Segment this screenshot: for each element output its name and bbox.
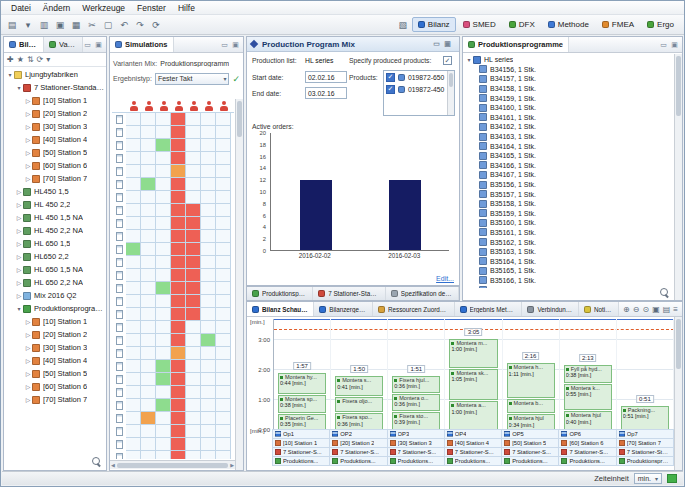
document-tab[interactable]: Spezifikation der Variante <box>386 287 459 300</box>
gantt-task-block[interactable]: Montera o...0:36 [min.] <box>392 394 440 411</box>
operator-column-header[interactable] <box>141 99 156 112</box>
matrix-cell[interactable] <box>171 334 186 347</box>
matrix-cell[interactable] <box>126 191 141 204</box>
matrix-cell[interactable] <box>201 113 216 126</box>
product-row-header[interactable] <box>112 334 126 347</box>
matrix-cell[interactable] <box>126 399 141 412</box>
matrix-cell[interactable] <box>186 451 201 459</box>
matrix-cell[interactable] <box>156 282 171 295</box>
matrix-cell[interactable] <box>201 230 216 243</box>
matrix-cell[interactable] <box>216 139 231 152</box>
matrix-cell[interactable] <box>126 347 141 360</box>
matrix-cell[interactable] <box>186 256 201 269</box>
matrix-cell[interactable] <box>171 230 186 243</box>
export-icon[interactable]: ▣ <box>652 305 660 314</box>
matrix-cell[interactable] <box>156 334 171 347</box>
matrix-cell[interactable] <box>186 152 201 165</box>
tree-item[interactable]: ▷ HL 650 2,2 NA <box>4 276 106 289</box>
product-row-header[interactable] <box>112 321 126 334</box>
perspectives-icon[interactable]: ▧ <box>396 18 410 32</box>
matrix-cell[interactable] <box>141 204 156 217</box>
matrix-cell[interactable] <box>171 165 186 178</box>
library-tab[interactable]: Bila... <box>4 37 44 52</box>
matrix-cell[interactable] <box>141 191 156 204</box>
product-row-header[interactable] <box>112 360 126 373</box>
tree-expander[interactable]: ▷ <box>24 318 32 325</box>
matrix-cell[interactable] <box>141 347 156 360</box>
matrix-cell[interactable] <box>141 334 156 347</box>
programs-tab[interactable]: Produktionsprogramme <box>463 37 569 52</box>
matrix-cell[interactable] <box>156 321 171 334</box>
tree-item[interactable]: ▷ [10] Station 1 <box>4 94 106 107</box>
balance-tab[interactable]: Ressourcen Zuordnung <box>373 302 455 316</box>
tree-item[interactable]: ▷ [50] Station 5 <box>4 367 106 380</box>
tree-item[interactable]: ▷ HL 450 2,2 <box>4 198 106 211</box>
matrix-cell[interactable] <box>156 399 171 412</box>
favorite-icon[interactable]: ★ <box>17 55 24 64</box>
matrix-cell[interactable] <box>156 243 171 256</box>
matrix-cell[interactable] <box>141 438 156 451</box>
matrix-cell[interactable] <box>141 217 156 230</box>
matrix-cell[interactable] <box>216 165 231 178</box>
matrix-cell[interactable] <box>171 191 186 204</box>
horizontal-scrollbar[interactable]: ◀▶ <box>110 460 235 469</box>
tree-expander[interactable]: ▷ <box>24 162 32 169</box>
matrix-cell[interactable] <box>126 165 141 178</box>
gantt-task-block[interactable]: Montera sk...1:05 [min.] <box>449 369 497 401</box>
matrix-cell[interactable] <box>201 178 216 191</box>
operator-column-header[interactable] <box>171 99 186 112</box>
matrix-cell[interactable] <box>216 217 231 230</box>
matrix-cell[interactable] <box>216 126 231 139</box>
tree-item[interactable]: ▷ HL450 1,5 <box>4 185 106 198</box>
tree-expander[interactable]: ▷ <box>24 370 32 377</box>
operator-column-header[interactable] <box>156 99 171 112</box>
matrix-cell[interactable] <box>126 451 141 459</box>
matrix-cell[interactable] <box>141 373 156 386</box>
matrix-cell[interactable] <box>171 425 186 438</box>
matrix-cell[interactable] <box>126 412 141 425</box>
matrix-cell[interactable] <box>186 386 201 399</box>
tree-item[interactable]: ▷ [70] Station 7 <box>4 172 106 185</box>
matrix-cell[interactable] <box>216 269 231 282</box>
matrix-cell[interactable] <box>186 438 201 451</box>
product-row-header[interactable] <box>112 295 126 308</box>
matrix-cell[interactable] <box>126 243 141 256</box>
menu-item[interactable]: Werkzeuge <box>76 2 131 14</box>
product-item[interactable]: 019872-650 <box>384 71 454 83</box>
product-row-header[interactable] <box>112 386 126 399</box>
matrix-cell[interactable] <box>171 308 186 321</box>
perspective-button[interactable]: Methode <box>542 17 595 32</box>
matrix-cell[interactable] <box>171 256 186 269</box>
matrix-cell[interactable] <box>201 334 216 347</box>
matrix-cell[interactable] <box>201 191 216 204</box>
product-row-header[interactable] <box>112 230 126 243</box>
gantt-task-block[interactable]: Fixera oljo... <box>335 397 383 413</box>
footer-program-cell[interactable]: Produktions... <box>272 456 330 466</box>
document-tab[interactable]: 7 Stationer-Standardtider <box>313 287 386 300</box>
tree-item[interactable]: ▷ [30] Station 3 <box>4 120 106 133</box>
footer-program-cell[interactable]: Produktions... <box>558 456 616 466</box>
matrix-cell[interactable] <box>171 412 186 425</box>
product-checkbox[interactable] <box>386 85 395 94</box>
matrix-cell[interactable] <box>156 204 171 217</box>
footer-program-cell[interactable]: Produktions... <box>329 456 387 466</box>
matrix-cell[interactable] <box>216 373 231 386</box>
maximize-icon[interactable]: ▣ <box>231 40 240 49</box>
gantt-task-block[interactable]: Montera a...1:00 [min.] <box>449 401 497 430</box>
matrix-cell[interactable] <box>171 360 186 373</box>
programs-scrollbar[interactable] <box>674 54 682 300</box>
matrix-cell[interactable] <box>141 412 156 425</box>
matrix-cell[interactable] <box>141 165 156 178</box>
matrix-cell[interactable] <box>126 438 141 451</box>
matrix-cell[interactable] <box>156 412 171 425</box>
matrix-cell[interactable] <box>141 282 156 295</box>
minimize-icon[interactable]: ▭ <box>220 40 229 49</box>
matrix-cell[interactable] <box>156 438 171 451</box>
matrix-cell[interactable] <box>141 256 156 269</box>
matrix-cell[interactable] <box>186 308 201 321</box>
matrix-cell[interactable] <box>171 269 186 282</box>
library-tab[interactable]: Vari... <box>44 37 83 52</box>
tree-item[interactable]: B34162, 1 Stk. <box>465 122 673 132</box>
tree-item[interactable]: B35158, 1 Stk. <box>465 199 673 209</box>
specify-products-checkbox[interactable] <box>443 56 452 65</box>
